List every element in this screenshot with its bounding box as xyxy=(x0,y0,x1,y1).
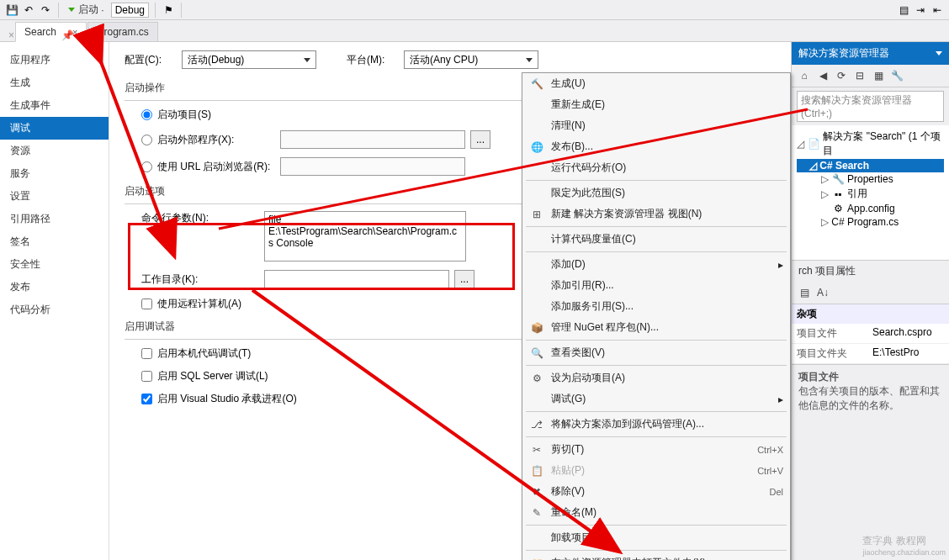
platform-label: 平台(M): xyxy=(347,53,397,67)
ctx-item[interactable]: ✎重命名(M) xyxy=(522,502,790,523)
cut-icon: ✂ xyxy=(529,443,544,457)
tab-program-cs[interactable]: Program.cs xyxy=(87,22,157,41)
blank-icon xyxy=(529,258,544,272)
ctx-item[interactable]: 限定为此范围(S) xyxy=(522,182,790,203)
ctx-item[interactable]: ⚙设为启动项目(A) xyxy=(522,367,790,388)
play-icon xyxy=(68,8,75,12)
tree-node-programcs[interactable]: ▷C# Program.cs xyxy=(797,215,944,229)
show-all-icon[interactable]: ▦ xyxy=(871,68,886,83)
ctx-item[interactable]: 清理(N) xyxy=(522,115,790,136)
blank-icon xyxy=(529,393,544,406)
native-debug-checkbox[interactable] xyxy=(141,348,152,359)
start-button[interactable]: 启动 · xyxy=(65,1,108,18)
tree-node-appconfig[interactable]: ⚙ App.config xyxy=(797,202,944,215)
nav-item-11[interactable]: 代码分析 xyxy=(0,298,109,321)
solution-explorer-header: 解决方案资源管理器 xyxy=(792,42,949,65)
browser-url-input xyxy=(280,157,465,176)
back-icon[interactable]: ◀ xyxy=(815,68,830,83)
solution-tree: ◿📄 解决方案 "Search" (1 个项目 ◿C# Search ▷🔧 Pr… xyxy=(792,125,949,260)
ctx-item[interactable]: 重新生成(E) xyxy=(522,94,790,115)
tab-label: Program.cs xyxy=(97,26,148,38)
ctx-item[interactable]: ✂剪切(T)Ctrl+X xyxy=(522,439,790,460)
properties-panel: rch 项目属性 ▤ A↓ 杂项 项目文件 Search.cspro 项目文件夹… xyxy=(792,260,949,418)
shortcut-label: Ctrl+V xyxy=(757,466,783,476)
close-icon[interactable]: × xyxy=(72,27,77,37)
undo-icon[interactable]: ↶ xyxy=(22,3,35,17)
tree-node-references[interactable]: ▷▪▪ 引用 xyxy=(797,186,944,202)
nav-item-8[interactable]: 签名 xyxy=(0,230,109,253)
nav-item-10[interactable]: 发布 xyxy=(0,276,109,298)
ctx-label: 新建 解决方案资源管理器 视图(N) xyxy=(551,207,783,221)
categorize-icon[interactable]: ▤ xyxy=(797,285,812,300)
refresh-icon[interactable]: ⟳ xyxy=(834,68,849,83)
platform-dropdown[interactable]: 活动(Any CPU) xyxy=(404,50,538,69)
pin-icon[interactable]: 📌 xyxy=(61,29,67,35)
nav-item-0[interactable]: 应用程序 xyxy=(0,49,109,71)
browse-button[interactable]: ... xyxy=(454,270,474,288)
ctx-label: 重新生成(E) xyxy=(551,98,783,112)
chevron-down-icon[interactable] xyxy=(936,51,942,55)
properties-icon[interactable]: 🔧 xyxy=(889,68,904,83)
config-dropdown[interactable]: 活动(Debug) xyxy=(182,50,316,69)
ctx-label: 查看类图(V) xyxy=(551,346,783,360)
ctx-item[interactable]: 添加服务引用(S)... xyxy=(522,296,790,317)
rename-icon: ✎ xyxy=(529,506,544,520)
project-node[interactable]: ◿C# Search xyxy=(797,159,944,172)
indent-icon[interactable]: ⇥ xyxy=(914,3,927,17)
ctx-item[interactable]: 添加引用(R)... xyxy=(522,275,790,296)
workdir-input[interactable] xyxy=(264,270,449,288)
blank-icon xyxy=(529,531,544,545)
ctx-item[interactable]: ✖移除(V)Del xyxy=(522,481,790,502)
hosting-process-checkbox[interactable] xyxy=(141,394,152,404)
nav-item-2[interactable]: 生成事件 xyxy=(0,94,109,117)
collapse-icon[interactable]: ⊟ xyxy=(852,68,867,83)
nav-item-1[interactable]: 生成 xyxy=(0,71,109,94)
radio-start-project[interactable] xyxy=(141,109,152,120)
radio-external-program[interactable] xyxy=(141,135,152,145)
ctx-item[interactable]: 卸载项目(L) xyxy=(522,527,790,548)
checkbox-label: 使用远程计算机(A) xyxy=(157,297,241,311)
shortcut-label: Del xyxy=(769,487,783,497)
nav-item-6[interactable]: 设置 xyxy=(0,185,109,208)
ctx-item[interactable]: 计算代码度量值(C) xyxy=(522,229,790,250)
tree-node-properties[interactable]: ▷🔧 Properties xyxy=(797,172,944,186)
ctx-item[interactable]: 🔨生成(U) xyxy=(522,73,790,94)
ctx-item[interactable]: 运行代码分析(O) xyxy=(522,157,790,178)
comment-icon[interactable]: ▤ xyxy=(897,3,910,17)
ctx-item[interactable]: 🌐发布(B)... xyxy=(522,136,790,157)
ctx-item[interactable]: ⊞新建 解决方案资源管理器 视图(N) xyxy=(522,203,790,225)
solution-search-input[interactable]: 搜索解决方案资源管理器(Ctrl+;) xyxy=(797,91,944,122)
ctx-item[interactable]: 📦管理 NuGet 程序包(N)... xyxy=(522,317,790,338)
ctx-item[interactable]: 🔍查看类图(V) xyxy=(522,342,790,363)
save-icon[interactable]: 💾 xyxy=(5,3,19,17)
cmdline-args-input[interactable] xyxy=(264,211,466,262)
nav-item-9[interactable]: 安全性 xyxy=(0,253,109,276)
browse-button[interactable]: ... xyxy=(470,130,490,149)
redo-icon[interactable]: ↷ xyxy=(39,3,52,17)
solution-icon: 📄 xyxy=(808,138,819,150)
nav-item-4[interactable]: 资源 xyxy=(0,140,109,162)
ctx-item[interactable]: 添加(D)▸ xyxy=(522,254,790,275)
project-properties-nav: 应用程序生成生成事件调试资源服务设置引用路径签名安全性发布代码分析 xyxy=(0,42,109,560)
nav-item-7[interactable]: 引用路径 xyxy=(0,208,109,230)
ctx-item[interactable]: 调试(G)▸ xyxy=(522,388,790,409)
ctx-label: 将解决方案添加到源代码管理(A)... xyxy=(551,417,783,431)
config-combo[interactable]: Debug xyxy=(111,3,149,18)
radio-browser-url[interactable] xyxy=(141,161,152,172)
nav-item-3[interactable]: 调试 xyxy=(0,117,109,140)
remote-computer-checkbox[interactable] xyxy=(141,298,152,309)
solution-root[interactable]: ◿📄 解决方案 "Search" (1 个项目 xyxy=(797,129,944,159)
home-icon[interactable]: ⌂ xyxy=(797,68,812,83)
ctx-item[interactable]: 📁在文件资源管理器中打开文件夹(X) xyxy=(522,552,790,560)
ctx-item[interactable]: ⎇将解决方案添加到源代码管理(A)... xyxy=(522,414,790,435)
alpha-sort-icon[interactable]: A↓ xyxy=(815,285,830,300)
startup-icon: ⚙ xyxy=(529,372,544,385)
tab-search-properties[interactable]: Search 📌 × xyxy=(15,22,87,42)
outdent-icon[interactable]: ⇤ xyxy=(930,3,944,17)
flag-icon[interactable]: ⚑ xyxy=(162,3,175,17)
sql-debug-checkbox[interactable] xyxy=(141,371,152,382)
nav-item-5[interactable]: 服务 xyxy=(0,162,109,185)
ctx-label: 管理 NuGet 程序包(N)... xyxy=(551,320,783,335)
blank-icon xyxy=(529,279,544,293)
checkbox-label: 启用本机代码调试(T) xyxy=(157,346,251,361)
